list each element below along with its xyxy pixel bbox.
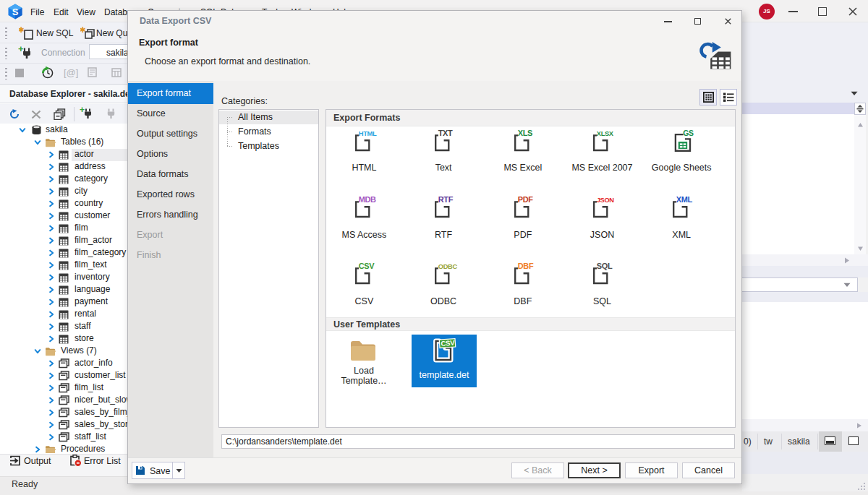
svg-text:XLSX: XLSX: [597, 129, 614, 137]
svg-text:GS: GS: [683, 129, 694, 137]
svg-text:JSON: JSON: [597, 196, 615, 204]
svg-text:XLS: XLS: [517, 129, 532, 137]
svg-text:CSV: CSV: [441, 339, 456, 348]
svg-text:SQL: SQL: [597, 262, 613, 271]
svg-text:+: +: [18, 45, 24, 54]
svg-text:CSV: CSV: [359, 262, 375, 271]
svg-text:XML: XML: [676, 195, 693, 204]
svg-text:MDB: MDB: [359, 195, 376, 204]
svg-text:ODBC: ODBC: [438, 263, 458, 271]
svg-text:DBF: DBF: [517, 262, 533, 271]
svg-text:TXT: TXT: [438, 129, 453, 137]
svg-text:✱: ✱: [19, 26, 25, 34]
svg-text:✱: ✱: [80, 26, 86, 34]
svg-text:PDF: PDF: [517, 195, 532, 204]
svg-text:S: S: [12, 7, 19, 17]
svg-text:HTML: HTML: [359, 129, 377, 137]
svg-text:+: +: [80, 106, 85, 115]
svg-text:RTF: RTF: [438, 195, 454, 204]
